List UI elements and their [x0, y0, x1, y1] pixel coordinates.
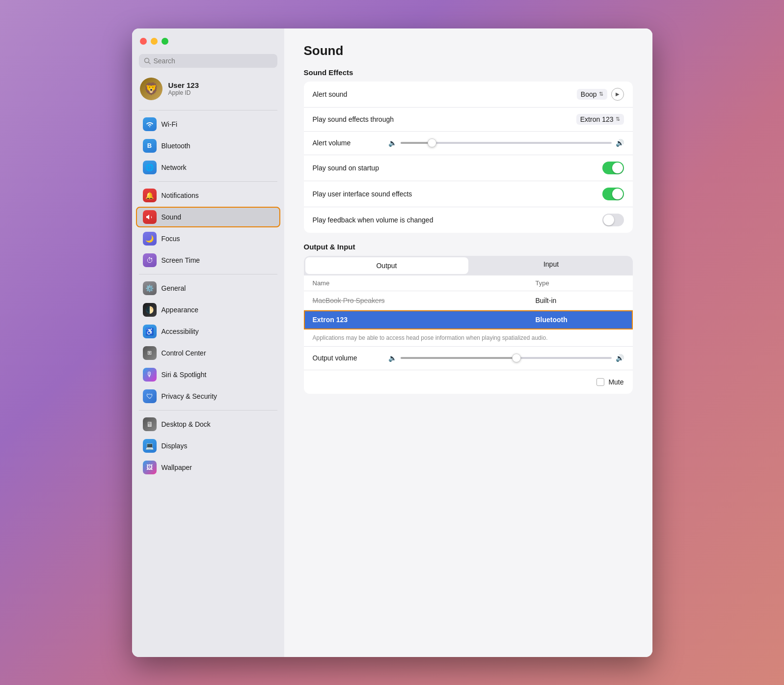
- sidebar-label-focus: Focus: [162, 235, 180, 243]
- play-through-right: Extron 123 ⇅: [576, 114, 624, 125]
- output-volume-slider-row: 🔈 🔊: [388, 354, 624, 362]
- sidebar-label-wallpaper: Wallpaper: [162, 464, 192, 471]
- alert-volume-row: Alert volume 🔈 🔊: [304, 132, 633, 155]
- sidebar-item-notifications[interactable]: 🔔 Notifications: [136, 185, 280, 206]
- search-input[interactable]: [154, 57, 272, 65]
- play-through-selector[interactable]: Extron 123 ⇅: [576, 114, 624, 125]
- play-feedback-toggle[interactable]: [602, 214, 624, 226]
- sidebar-divider-3: [139, 274, 277, 274]
- alert-sound-right: Boop ⇅ ▶: [577, 88, 624, 101]
- output-vol-min-icon: 🔈: [388, 354, 397, 362]
- search-bar[interactable]: [139, 54, 277, 68]
- sidebar-item-siri[interactable]: 🎙 Siri & Spotlight: [136, 364, 280, 385]
- alert-volume-track[interactable]: [401, 142, 612, 144]
- sound-icon: [143, 210, 157, 224]
- sidebar-item-network[interactable]: 🌐 Network: [136, 157, 280, 178]
- user-profile-item[interactable]: 🦁 User 123 Apple ID: [132, 74, 284, 107]
- table-row-extron[interactable]: Extron 123 Bluetooth: [304, 310, 633, 329]
- titlebar: [132, 28, 284, 54]
- sidebar-label-sound: Sound: [162, 213, 181, 221]
- play-startup-toggle[interactable]: [602, 162, 624, 174]
- volume-min-icon: 🔈: [388, 139, 397, 147]
- sidebar-label-wifi: Wi-Fi: [162, 120, 178, 128]
- close-button[interactable]: [140, 38, 147, 45]
- notifications-icon: 🔔: [143, 189, 157, 202]
- play-feedback-label: Play feedback when volume is changed: [313, 216, 433, 224]
- sidebar-item-screentime[interactable]: ⏱ Screen Time: [136, 250, 280, 271]
- search-icon: [144, 57, 151, 64]
- col-name-header: Name: [313, 279, 536, 287]
- sidebar-label-desktop: Desktop & Dock: [162, 420, 211, 428]
- displays-icon: 💻: [143, 439, 157, 453]
- sidebar-divider-2: [139, 181, 277, 182]
- spatialized-audio-info: Applications may be able to access head …: [304, 329, 633, 347]
- sidebar-item-focus[interactable]: 🌙 Focus: [136, 228, 280, 249]
- mute-row: Mute: [304, 370, 633, 394]
- sound-effects-title: Sound Effects: [304, 68, 633, 77]
- alert-sound-label: Alert sound: [313, 90, 348, 98]
- sidebar-item-desktop[interactable]: 🖥 Desktop & Dock: [136, 414, 280, 435]
- sidebar-item-privacy[interactable]: 🛡 Privacy & Security: [136, 386, 280, 407]
- alert-sound-value: Boop: [581, 90, 597, 98]
- play-ui-toggle[interactable]: [602, 188, 624, 200]
- sidebar-label-privacy: Privacy & Security: [162, 392, 217, 400]
- privacy-icon: 🛡: [143, 389, 157, 403]
- selector-arrows-alert: ⇅: [599, 91, 603, 97]
- sidebar-item-controlcenter[interactable]: ⊞ Control Center: [136, 343, 280, 363]
- system-preferences-window: 🦁 User 123 Apple ID Wi-Fi B Bluetooth 🌐 …: [132, 28, 652, 657]
- alert-volume-label: Alert volume: [313, 139, 351, 147]
- play-ui-toggle-knob: [612, 189, 623, 199]
- sidebar-item-appearance[interactable]: 🌓 Appearance: [136, 300, 280, 320]
- appearance-icon: 🌓: [143, 303, 157, 317]
- sidebar-label-network: Network: [162, 164, 187, 171]
- play-feedback-row: Play feedback when volume is changed: [304, 207, 633, 233]
- sidebar-label-displays: Displays: [162, 442, 188, 450]
- sidebar-item-accessibility[interactable]: ♿ Accessibility: [136, 321, 280, 342]
- output-input-title: Output & Input: [304, 243, 633, 251]
- sidebar-label-general: General: [162, 284, 186, 292]
- table-cell-macbook-type: Built-in: [536, 297, 624, 304]
- focus-icon: 🌙: [143, 232, 157, 246]
- sidebar-item-wifi[interactable]: Wi-Fi: [136, 114, 280, 135]
- output-volume-thumb[interactable]: [512, 354, 521, 362]
- play-startup-row: Play sound on startup: [304, 155, 633, 181]
- maximize-button[interactable]: [162, 38, 168, 45]
- play-feedback-toggle-knob: [603, 215, 614, 225]
- siri-icon: 🎙: [143, 368, 157, 382]
- tab-output[interactable]: Output: [305, 257, 468, 274]
- play-startup-toggle-knob: [612, 163, 623, 173]
- sidebar-item-general[interactable]: ⚙️ General: [136, 278, 280, 299]
- col-type-header: Type: [536, 279, 624, 287]
- play-startup-label: Play sound on startup: [313, 164, 379, 172]
- mute-checkbox[interactable]: [596, 378, 604, 386]
- page-title: Sound: [304, 43, 633, 58]
- sidebar-item-sound[interactable]: Sound: [136, 207, 280, 227]
- mute-label: Mute: [608, 378, 623, 386]
- tab-input[interactable]: Input: [470, 256, 633, 275]
- output-volume-label: Output volume: [313, 354, 357, 362]
- svg-line-1: [148, 62, 150, 64]
- alert-sound-selector[interactable]: Boop ⇅: [577, 89, 607, 100]
- play-through-row: Play sound effects through Extron 123 ⇅: [304, 108, 633, 132]
- play-through-value: Extron 123: [580, 115, 614, 123]
- sidebar-item-displays[interactable]: 💻 Displays: [136, 436, 280, 456]
- user-info: User 123 Apple ID: [168, 81, 199, 96]
- minimize-button[interactable]: [151, 38, 158, 45]
- sidebar-label-siri: Siri & Spotlight: [162, 371, 207, 379]
- sidebar-item-bluetooth[interactable]: B Bluetooth: [136, 136, 280, 156]
- table-cell-extron-type: Bluetooth: [536, 316, 624, 324]
- output-vol-max-icon: 🔊: [616, 354, 624, 362]
- sidebar-label-appearance: Appearance: [162, 306, 199, 314]
- alert-volume-thumb[interactable]: [428, 138, 436, 147]
- output-volume-track[interactable]: [401, 357, 612, 359]
- sidebar-item-wallpaper[interactable]: 🖼 Wallpaper: [136, 457, 280, 478]
- table-row-macbook[interactable]: MacBook Pro Speakers Built-in: [304, 291, 633, 310]
- output-input-card: Output Input Name Type MacBook Pro Speak…: [304, 256, 633, 394]
- table-cell-macbook-name: MacBook Pro Speakers: [313, 297, 536, 304]
- alert-sound-play-button[interactable]: ▶: [611, 88, 624, 101]
- user-name: User 123: [168, 81, 199, 89]
- output-volume-row: Output volume 🔈 🔊: [304, 347, 633, 370]
- sidebar: 🦁 User 123 Apple ID Wi-Fi B Bluetooth 🌐 …: [132, 28, 284, 657]
- play-through-label: Play sound effects through: [313, 115, 394, 123]
- output-input-tabs: Output Input: [304, 256, 633, 275]
